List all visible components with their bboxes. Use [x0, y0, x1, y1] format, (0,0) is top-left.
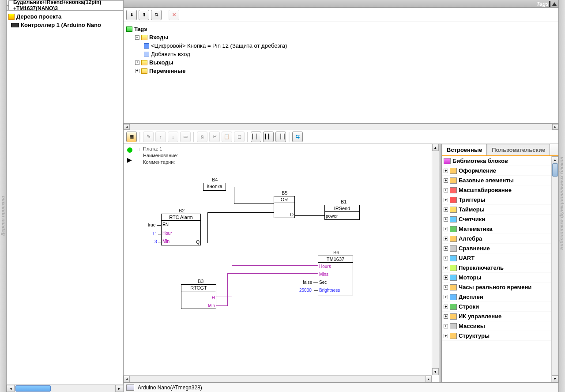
board-icon	[126, 384, 134, 391]
expand-icon[interactable]: +	[444, 334, 448, 338]
library-category[interactable]: +Моторы	[442, 273, 551, 283]
expand-icon[interactable]: +	[444, 256, 448, 260]
align-center-button[interactable]: ▎▎	[263, 132, 274, 142]
library-category[interactable]: +Переключатель	[442, 263, 551, 273]
variables-node[interactable]: + Переменные	[135, 67, 556, 75]
library-category[interactable]: +UART	[442, 253, 551, 263]
add-var-button[interactable]: ⇅	[151, 10, 162, 20]
down-button[interactable]: ↓	[168, 132, 178, 142]
canvas-vscroll[interactable]: ▴▾	[432, 144, 439, 375]
category-icon	[450, 236, 457, 242]
expand-icon[interactable]: +	[444, 198, 448, 202]
library-category[interactable]: +Часы реального времени	[442, 283, 551, 292]
project-tree[interactable]: Дерево проекта Контроллер 1 (Arduino Nan…	[7, 11, 123, 384]
library-category[interactable]: +Таймеры	[442, 205, 551, 215]
category-icon	[450, 333, 457, 339]
block-b1[interactable]: IRSend power	[324, 205, 360, 220]
canvas-hscroll[interactable]: ◂▸	[124, 375, 432, 382]
expand-icon[interactable]: +	[444, 285, 448, 290]
tool-button[interactable]: ◻	[234, 132, 245, 142]
status-bar: Arduino Nano(ATmega328)	[124, 382, 558, 392]
val-bright: 25000	[299, 288, 312, 293]
category-icon	[450, 245, 457, 252]
collapse-icon[interactable]: −	[135, 35, 139, 40]
library-category[interactable]: +Счетчики	[442, 215, 551, 224]
inputs-node[interactable]: − Входы	[135, 33, 556, 41]
up-button[interactable]: ↑	[155, 132, 166, 142]
scroll-left-button[interactable]: ◂	[7, 385, 15, 392]
library-root[interactable]: Библиотека блоков	[442, 156, 551, 166]
library-category[interactable]: +Строки	[442, 302, 551, 312]
add-input-item[interactable]: Добавить вход	[144, 50, 556, 58]
paste-button[interactable]: 📋	[222, 132, 232, 142]
tool-button[interactable]: ✎	[143, 132, 154, 142]
project-root[interactable]: Дерево проекта	[8, 12, 121, 21]
collapse-up-icon[interactable]	[552, 2, 557, 6]
library-category[interactable]: +Базовые элементы	[442, 176, 551, 185]
canvas[interactable]: ↓↓ ▶ Плата: 1 Наименование: Комментарии:…	[124, 144, 439, 382]
expand-icon[interactable]: +	[444, 207, 448, 212]
block-b5[interactable]: OR Q	[274, 196, 295, 218]
input-pin-item[interactable]: <Цифровой> Кнопка = Pin 12 (Защита от др…	[144, 41, 556, 50]
tags-root[interactable]: Tags	[126, 25, 556, 33]
library-category[interactable]: +Алгебра	[442, 234, 551, 244]
library-list[interactable]: Библиотека блоков +Оформление+Базовые эл…	[442, 156, 551, 382]
cut-button[interactable]: ✂	[209, 132, 220, 142]
library-category[interactable]: +Дисплеи	[442, 292, 551, 302]
left-dock-tab[interactable]: Дерево проекта	[0, 0, 7, 392]
expand-icon[interactable]: +	[444, 314, 448, 319]
controller-item[interactable]: Контроллер 1 (Arduino Nano	[11, 21, 121, 29]
block-b3[interactable]: RTCGT H Min	[181, 284, 216, 309]
board-button[interactable]: ▦	[126, 132, 137, 142]
expand-icon[interactable]: +	[135, 69, 139, 73]
library-category[interactable]: +Оформление	[442, 166, 551, 176]
expand-icon[interactable]: +	[135, 60, 139, 65]
library-category[interactable]: +ИК управление	[442, 312, 551, 321]
tab-builtin[interactable]: Встроенные	[442, 144, 487, 155]
copy-button[interactable]: ⎘	[197, 132, 207, 142]
expand-icon[interactable]: +	[444, 178, 448, 183]
expand-icon[interactable]: +	[444, 169, 448, 173]
play-icon[interactable]: ▶	[127, 156, 132, 163]
tags-hscroll[interactable]: ◂▸	[124, 124, 558, 130]
expand-icon[interactable]: +	[444, 305, 448, 309]
category-icon	[450, 197, 457, 203]
library-category[interactable]: +Сравнение	[442, 244, 551, 253]
align-right-button[interactable]: ▕▕	[275, 132, 286, 142]
tags-tree[interactable]: Tags − Входы <Цифровой> Кнопка = Pin 12 …	[124, 22, 558, 124]
val-hour: 11	[152, 231, 157, 236]
right-dock-tab[interactable]: Библиотека функциональных блоков	[558, 0, 565, 392]
project-tab[interactable]: Будильник+IRsend+кнопка(12pin) +TM1637(N…	[8, 0, 123, 10]
library-vscroll[interactable]: ▴ ▾	[551, 156, 558, 382]
expand-icon[interactable]: +	[444, 324, 448, 328]
expand-icon[interactable]: +	[444, 246, 448, 251]
project-hscroll[interactable]: ◂ ▸	[7, 384, 123, 392]
network-button[interactable]: ⇆	[292, 132, 303, 142]
library-category[interactable]: +Триггеры	[442, 195, 551, 205]
library-category[interactable]: +Масштабирование	[442, 185, 551, 195]
library-category[interactable]: +Массивы	[442, 321, 551, 331]
scroll-thumb[interactable]	[15, 385, 51, 392]
expand-icon[interactable]: +	[444, 266, 448, 270]
expand-icon[interactable]: +	[444, 188, 448, 192]
expand-icon[interactable]: +	[444, 295, 448, 299]
block-b6[interactable]: TM1637 Hours Mins Sec Brightness	[318, 256, 353, 295]
delete-button: ✕	[169, 10, 179, 20]
library-category[interactable]: +Математика	[442, 224, 551, 234]
block-b2[interactable]: RTC Alarm EN Hour Min Q	[161, 214, 201, 245]
block-b4[interactable]: Кнопка	[203, 183, 226, 191]
expand-icon[interactable]: +	[444, 227, 448, 231]
library-category[interactable]: +Структуры	[442, 331, 551, 341]
add-input-button[interactable]: ⬇	[126, 10, 137, 20]
outputs-node[interactable]: + Выходы	[135, 58, 556, 67]
expand-icon[interactable]: +	[444, 275, 448, 280]
block-id-b1: B1	[341, 199, 347, 204]
tool-button[interactable]: ▭	[180, 132, 191, 142]
block-id-b5: B5	[282, 190, 287, 196]
expand-icon[interactable]: +	[444, 237, 448, 241]
add-output-button[interactable]: ⬆	[139, 10, 149, 20]
tab-user[interactable]: Пользовательские	[487, 144, 550, 155]
scroll-right-button[interactable]: ▸	[115, 385, 123, 392]
align-left-button[interactable]: ▏▏	[251, 132, 261, 142]
expand-icon[interactable]: +	[444, 217, 448, 222]
